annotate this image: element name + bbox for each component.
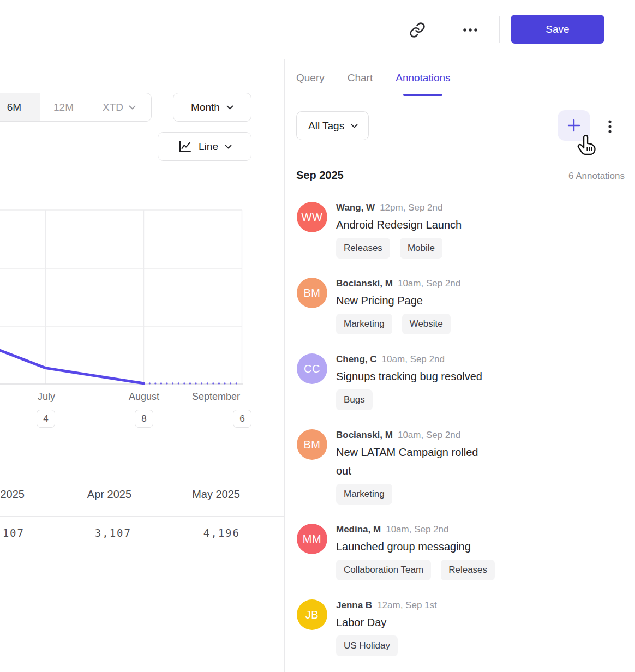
annotation-meta: Jenna B 12am, Sep 1st <box>336 599 437 611</box>
annotation-tag[interactable]: Releases <box>336 238 390 259</box>
annotation-count-badge-september[interactable]: 6 <box>233 410 251 428</box>
annotations-menu-button[interactable] <box>603 115 617 138</box>
save-button[interactable]: Save <box>511 15 604 44</box>
annotation-timestamp: 10am, Sep 2nd <box>386 524 448 536</box>
chevron-down-icon <box>226 105 233 110</box>
annotation-author: Wang, W <box>336 202 375 214</box>
annotation-timestamp: 12am, Sep 1st <box>377 599 437 611</box>
annotation-body: Bocianski, M 10am, Sep 2nd New LATAM Cam… <box>336 429 478 505</box>
annotation-timestamp: 10am, Sep 2nd <box>382 353 445 365</box>
table-header-border <box>0 516 284 517</box>
tag-filter-label: All Tags <box>308 120 344 132</box>
annotation-item[interactable]: MM Medina, M 10am, Sep 2nd Launched grou… <box>297 524 625 580</box>
range-button-xtd[interactable]: XTD <box>87 93 151 121</box>
table-value-apr: 3,107 <box>22 527 131 539</box>
chevron-down-icon <box>351 124 358 128</box>
actual-series-line <box>0 350 144 383</box>
tab-query[interactable]: Query <box>296 59 325 97</box>
annotation-count-badge-july[interactable]: 4 <box>37 410 55 428</box>
avatar: JB <box>297 599 327 630</box>
annotation-group-header: Sep 2025 6 Annotations <box>296 169 625 182</box>
annotation-meta: Medina, M 10am, Sep 2nd <box>336 524 495 536</box>
annotation-item[interactable]: WW Wang, W 12pm, Sep 2nd Android Redesig… <box>297 202 625 259</box>
annotation-title: New LATAM Campaign rolled out <box>336 443 478 480</box>
annotation-list: WW Wang, W 12pm, Sep 2nd Android Redesig… <box>297 202 625 656</box>
date-range-group: 6M 12M XTD <box>0 93 152 122</box>
top-header: Save <box>0 0 635 59</box>
line-chart <box>0 207 284 390</box>
annotation-item[interactable]: BM Bocianski, M 10am, Sep 2nd New LATAM … <box>297 429 625 505</box>
tag-filter-dropdown[interactable]: All Tags <box>296 111 369 140</box>
annotation-body: Medina, M 10am, Sep 2nd Launched group m… <box>336 524 495 580</box>
annotations-panel: Query Chart Annotations All Tags <box>284 59 635 672</box>
annotation-tags: Marketing <box>336 484 478 505</box>
annotation-tag[interactable]: US Holiday <box>336 635 398 656</box>
range-button-xtd-label: XTD <box>103 101 123 113</box>
annotation-item[interactable]: BM Bocianski, M 10am, Sep 2nd New Pricin… <box>297 278 625 334</box>
annotation-title: Android Redesign Launch <box>336 215 462 234</box>
table-top-border <box>0 449 284 449</box>
chart-type-dropdown[interactable]: Line <box>158 132 251 161</box>
annotation-tag[interactable]: Bugs <box>336 389 373 410</box>
chevron-down-icon <box>225 145 232 149</box>
more-options-button[interactable] <box>458 22 482 38</box>
table-header-apr: Apr 2025 <box>22 488 131 501</box>
avatar: WW <box>297 202 327 232</box>
table-header-mar: 2025 <box>0 488 25 501</box>
annotation-meta: Wang, W 12pm, Sep 2nd <box>336 202 462 214</box>
x-axis-label-july: July <box>8 391 85 403</box>
avatar: MM <box>297 524 327 554</box>
chart-type-label: Line <box>199 141 218 153</box>
table-value-may: 4,196 <box>131 527 240 539</box>
annotation-author: Cheng, C <box>336 353 377 365</box>
tab-chart[interactable]: Chart <box>348 59 373 97</box>
chart-gridlines <box>0 210 242 384</box>
annotation-author: Medina, M <box>336 524 381 536</box>
avatar: CC <box>297 353 327 384</box>
annotation-tag[interactable]: Website <box>402 314 451 334</box>
range-button-6m[interactable]: 6M <box>0 93 40 121</box>
x-axis-label-september: September <box>178 391 254 403</box>
annotation-author: Bocianski, M <box>336 278 393 290</box>
link-icon <box>409 22 426 38</box>
annotation-tag[interactable]: Collaboration Team <box>336 560 431 580</box>
annotation-timestamp: 12pm, Sep 2nd <box>380 202 442 214</box>
annotation-title: Launched group messaging <box>336 537 495 556</box>
table-value-mar: 107 <box>0 527 25 539</box>
copy-link-button[interactable] <box>408 21 427 39</box>
avatar: BM <box>297 278 327 308</box>
annotation-title: New Pricing Page <box>336 291 460 310</box>
chart-panel: 6M 12M XTD Month Line <box>0 59 284 672</box>
annotation-body: Bocianski, M 10am, Sep 2nd New Pricing P… <box>336 278 460 334</box>
annotation-tag[interactable]: Releases <box>441 560 495 580</box>
add-annotation-button[interactable] <box>558 110 590 141</box>
range-button-12m[interactable]: 12M <box>40 93 87 121</box>
annotation-tag[interactable]: Mobile <box>400 238 442 259</box>
annotation-item[interactable]: CC Cheng, C 10am, Sep 2nd Signups tracki… <box>297 353 625 410</box>
annotation-tags: MarketingWebsite <box>336 314 460 334</box>
annotation-tag[interactable]: Marketing <box>336 484 392 505</box>
plus-icon <box>567 118 581 133</box>
x-axis-label-august: August <box>106 391 182 403</box>
annotation-tags: Collaboration TeamReleases <box>336 560 495 580</box>
tab-annotations[interactable]: Annotations <box>396 59 450 97</box>
annotation-author: Jenna B <box>336 599 372 611</box>
annotation-count-badge-august[interactable]: 8 <box>135 410 153 428</box>
annotation-timestamp: 10am, Sep 2nd <box>398 429 460 441</box>
table-bottom-border <box>0 551 284 551</box>
line-chart-icon <box>177 139 192 154</box>
granularity-dropdown[interactable]: Month <box>173 93 251 122</box>
annotation-tags: US Holiday <box>336 635 437 656</box>
annotation-title: Signups tracking bug resolved <box>336 367 482 386</box>
granularity-label: Month <box>191 101 220 113</box>
annotation-tag[interactable]: Marketing <box>336 314 392 334</box>
annotation-tags: ReleasesMobile <box>336 238 462 259</box>
annotation-item[interactable]: JB Jenna B 12am, Sep 1st Labor Day US Ho… <box>297 599 625 656</box>
table-header-may: May 2025 <box>131 488 240 501</box>
annotation-body: Wang, W 12pm, Sep 2nd Android Redesign L… <box>336 202 462 259</box>
annotation-body: Cheng, C 10am, Sep 2nd Signups tracking … <box>336 353 482 410</box>
annotation-meta: Bocianski, M 10am, Sep 2nd <box>336 429 478 441</box>
annotation-tags: Bugs <box>336 389 482 410</box>
avatar: BM <box>297 429 327 460</box>
kebab-icon <box>608 119 612 134</box>
